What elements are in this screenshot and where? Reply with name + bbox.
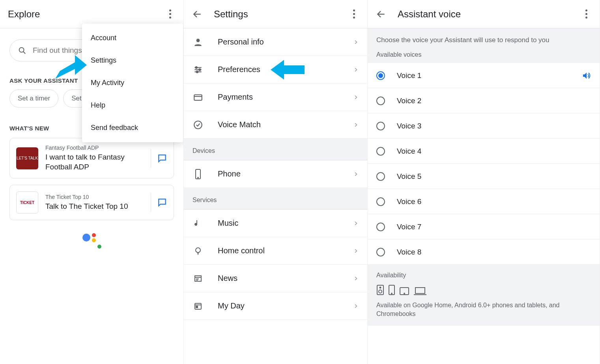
news-icon	[193, 274, 204, 283]
svg-point-8	[196, 67, 197, 68]
device-icons	[376, 284, 591, 295]
whats-new-label: WHAT'S NEW	[9, 125, 49, 132]
assistant-logo	[0, 227, 183, 249]
phone-device-icon	[388, 284, 395, 295]
settings-item-preferences[interactable]: Preferences	[184, 56, 367, 84]
card-chat-icon[interactable]	[151, 149, 167, 168]
chevron-right-icon	[353, 39, 359, 45]
voice-option[interactable]: Voice 7	[368, 214, 600, 240]
voice-label: Voice 3	[397, 122, 421, 130]
more-icon[interactable]	[164, 9, 176, 20]
radio-selected-icon[interactable]	[376, 71, 385, 80]
settings-item-news[interactable]: News	[184, 265, 367, 292]
card-icon	[193, 92, 204, 102]
radio-icon[interactable]	[376, 97, 385, 105]
menu-settings[interactable]: Settings	[82, 49, 183, 72]
chevron-right-icon	[353, 221, 359, 226]
settings-item-voice-match[interactable]: Voice Match	[184, 111, 367, 139]
card-title: I want to talk to Fantasy Football ADP	[45, 152, 144, 172]
radio-icon[interactable]	[376, 172, 385, 181]
whats-new-card[interactable]: LET'S TALK Fantasy Football ADP I want t…	[9, 138, 174, 178]
settings-item-home-control[interactable]: Home control	[184, 237, 367, 265]
card-eyebrow: Fantasy Football ADP	[45, 145, 144, 151]
svg-marker-2	[55, 55, 87, 79]
svg-point-16	[198, 177, 198, 178]
menu-help[interactable]: Help	[82, 94, 183, 117]
radio-icon[interactable]	[376, 197, 385, 206]
card-chat-icon[interactable]	[151, 193, 167, 212]
list-label: Phone	[218, 169, 241, 178]
bulb-icon	[193, 246, 204, 256]
voice-option[interactable]: Voice 6	[368, 189, 600, 214]
voice-label: Voice 8	[397, 248, 421, 256]
check-circle-icon	[193, 120, 204, 130]
voice-label: Voice 2	[397, 97, 421, 105]
page-title: Settings	[214, 9, 248, 20]
svg-point-29	[379, 290, 382, 293]
back-icon[interactable]	[192, 9, 203, 20]
card-body: The Ticket Top 10 Talk to The Ticket Top…	[45, 194, 144, 212]
list-label: Preferences	[218, 65, 260, 74]
back-icon[interactable]	[376, 9, 387, 20]
more-icon[interactable]	[581, 9, 592, 20]
list-label: News	[218, 274, 237, 283]
overflow-menu: Account Settings My Activity Help Send f…	[82, 24, 183, 142]
radio-icon[interactable]	[376, 147, 385, 156]
radio-icon[interactable]	[376, 248, 385, 256]
svg-point-30	[380, 287, 381, 288]
card-thumbnail: TICKET	[16, 191, 38, 214]
person-icon	[193, 37, 204, 47]
voice-option[interactable]: Voice 4	[368, 139, 600, 164]
voice-option[interactable]: Voice 1	[368, 63, 600, 88]
chip-set-timer[interactable]: Set a timer	[9, 89, 58, 108]
devices-subheader: Devices	[184, 139, 367, 160]
settings-item-payments[interactable]: Payments	[184, 84, 367, 111]
page-title: Assistant voice	[398, 9, 461, 20]
settings-item-personal-info[interactable]: Personal info	[184, 28, 367, 56]
search-icon	[18, 46, 26, 55]
voice-option[interactable]: Voice 5	[368, 164, 600, 189]
voice-option[interactable]: Voice 8	[368, 240, 600, 265]
phone-icon	[193, 169, 204, 180]
menu-account[interactable]: Account	[82, 27, 183, 49]
tune-icon	[193, 65, 204, 75]
radio-icon[interactable]	[376, 122, 385, 130]
card-thumbnail: LET'S TALK	[16, 147, 38, 169]
assistant-voice-panel: Assistant voice Choose the voice your As…	[368, 0, 600, 364]
voice-info-block: Choose the voice your Assistant will use…	[368, 28, 600, 63]
settings-item-phone[interactable]: Phone	[184, 160, 367, 188]
menu-send-feedback[interactable]: Send feedback	[82, 117, 183, 139]
svg-point-9	[199, 69, 200, 70]
svg-point-14	[194, 121, 202, 129]
svg-point-32	[391, 293, 392, 294]
whats-new-card[interactable]: TICKET The Ticket Top 10 Talk to The Tic…	[9, 185, 174, 220]
voice-label: Voice 5	[397, 172, 421, 181]
svg-rect-35	[415, 288, 425, 293]
voice-label: Voice 1	[397, 71, 421, 80]
svg-marker-11	[271, 60, 305, 80]
svg-line-1	[23, 52, 25, 54]
voice-option[interactable]: Voice 2	[368, 88, 600, 113]
settings-item-my-day[interactable]: My Day	[184, 292, 367, 320]
settings-item-music[interactable]: Music	[184, 210, 367, 237]
radio-icon[interactable]	[376, 223, 385, 231]
chevron-right-icon	[353, 67, 359, 72]
list-label: Music	[218, 219, 238, 228]
voice-appbar: Assistant voice	[368, 0, 600, 28]
page-title: Explore	[8, 9, 40, 20]
svg-point-0	[19, 48, 24, 52]
chevron-right-icon	[353, 248, 359, 254]
voice-option[interactable]: Voice 3	[368, 113, 600, 139]
availability-text: Available on Google Home, Android 6.0+ p…	[376, 301, 591, 319]
more-icon[interactable]	[348, 9, 359, 20]
availability-label: Availability	[376, 272, 591, 279]
voice-label: Voice 4	[397, 147, 421, 156]
volume-icon[interactable]	[581, 71, 591, 80]
list-label: Personal info	[218, 37, 264, 46]
annotation-arrow-icon	[55, 55, 87, 83]
menu-my-activity[interactable]: My Activity	[82, 72, 183, 94]
chevron-right-icon	[353, 171, 359, 177]
svg-point-10	[196, 71, 198, 72]
card-title: Talk to The Ticket Top 10	[45, 202, 144, 212]
svg-point-34	[404, 293, 405, 294]
